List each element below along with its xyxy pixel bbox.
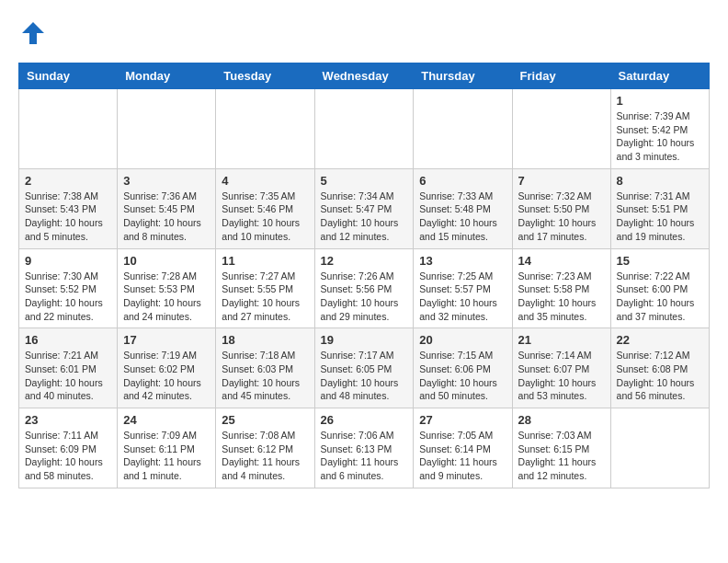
day-number: 28 (518, 413, 605, 427)
day-number: 20 (419, 333, 506, 347)
calendar-cell: 27Sunrise: 7:05 AM Sunset: 6:14 PM Dayli… (414, 408, 512, 488)
calendar-cell (512, 89, 610, 169)
day-number: 13 (419, 254, 506, 268)
column-header-monday: Monday (118, 63, 216, 89)
day-number: 7 (518, 174, 605, 188)
calendar-cell: 14Sunrise: 7:23 AM Sunset: 5:58 PM Dayli… (512, 248, 610, 328)
calendar-cell: 20Sunrise: 7:15 AM Sunset: 6:06 PM Dayli… (414, 328, 512, 408)
day-info: Sunrise: 7:19 AM Sunset: 6:02 PM Dayligh… (123, 349, 210, 403)
calendar-cell: 10Sunrise: 7:28 AM Sunset: 5:53 PM Dayli… (118, 248, 216, 328)
calendar-week-row: 16Sunrise: 7:21 AM Sunset: 6:01 PM Dayli… (19, 328, 710, 408)
day-number: 23 (25, 413, 111, 427)
column-header-sunday: Sunday (19, 63, 118, 89)
column-header-friday: Friday (512, 63, 610, 89)
calendar-cell: 1Sunrise: 7:39 AM Sunset: 5:42 PM Daylig… (610, 89, 709, 169)
day-number: 18 (222, 333, 308, 347)
calendar-cell: 28Sunrise: 7:03 AM Sunset: 6:15 PM Dayli… (512, 408, 610, 488)
column-header-tuesday: Tuesday (216, 63, 314, 89)
day-info: Sunrise: 7:33 AM Sunset: 5:48 PM Dayligh… (419, 190, 506, 244)
day-number: 2 (25, 174, 111, 188)
day-info: Sunrise: 7:32 AM Sunset: 5:50 PM Dayligh… (518, 190, 605, 244)
calendar-cell: 22Sunrise: 7:12 AM Sunset: 6:08 PM Dayli… (610, 328, 709, 408)
day-info: Sunrise: 7:39 AM Sunset: 5:42 PM Dayligh… (617, 109, 703, 164)
calendar-cell: 15Sunrise: 7:22 AM Sunset: 6:00 PM Dayli… (610, 248, 709, 328)
day-number: 24 (123, 413, 210, 427)
day-number: 26 (321, 413, 408, 427)
calendar-cell: 11Sunrise: 7:27 AM Sunset: 5:55 PM Dayli… (216, 248, 314, 328)
calendar-week-row: 1Sunrise: 7:39 AM Sunset: 5:42 PM Daylig… (19, 89, 710, 169)
day-info: Sunrise: 7:31 AM Sunset: 5:51 PM Dayligh… (617, 190, 703, 244)
day-info: Sunrise: 7:38 AM Sunset: 5:43 PM Dayligh… (25, 190, 111, 244)
calendar-cell (216, 89, 314, 169)
day-info: Sunrise: 7:27 AM Sunset: 5:55 PM Dayligh… (222, 270, 308, 324)
day-number: 15 (617, 254, 703, 268)
calendar-cell: 17Sunrise: 7:19 AM Sunset: 6:02 PM Dayli… (118, 328, 216, 408)
day-number: 3 (123, 174, 210, 188)
calendar-cell: 23Sunrise: 7:11 AM Sunset: 6:09 PM Dayli… (19, 408, 118, 488)
calendar-cell: 12Sunrise: 7:26 AM Sunset: 5:56 PM Dayli… (314, 248, 414, 328)
calendar-week-row: 23Sunrise: 7:11 AM Sunset: 6:09 PM Dayli… (19, 408, 710, 488)
day-number: 17 (123, 333, 210, 347)
calendar-week-row: 2Sunrise: 7:38 AM Sunset: 5:43 PM Daylig… (19, 168, 710, 248)
calendar-header-row: SundayMondayTuesdayWednesdayThursdayFrid… (19, 63, 710, 89)
day-info: Sunrise: 7:30 AM Sunset: 5:52 PM Dayligh… (25, 270, 111, 324)
day-number: 5 (321, 174, 408, 188)
day-info: Sunrise: 7:25 AM Sunset: 5:57 PM Dayligh… (419, 270, 506, 324)
calendar-cell: 8Sunrise: 7:31 AM Sunset: 5:51 PM Daylig… (610, 168, 709, 248)
calendar-table: SundayMondayTuesdayWednesdayThursdayFrid… (18, 63, 710, 488)
day-number: 10 (123, 254, 210, 268)
calendar-cell (314, 89, 414, 169)
day-number: 21 (518, 333, 605, 347)
day-number: 8 (617, 174, 703, 188)
day-info: Sunrise: 7:17 AM Sunset: 6:05 PM Dayligh… (321, 349, 408, 403)
day-info: Sunrise: 7:23 AM Sunset: 5:58 PM Dayligh… (518, 270, 605, 324)
day-info: Sunrise: 7:09 AM Sunset: 6:11 PM Dayligh… (123, 429, 210, 483)
day-info: Sunrise: 7:14 AM Sunset: 6:07 PM Dayligh… (518, 349, 605, 403)
day-number: 27 (419, 413, 506, 427)
day-info: Sunrise: 7:26 AM Sunset: 5:56 PM Dayligh… (321, 270, 408, 324)
day-number: 25 (222, 413, 308, 427)
calendar-cell: 7Sunrise: 7:32 AM Sunset: 5:50 PM Daylig… (512, 168, 610, 248)
page-header (18, 18, 710, 48)
column-header-saturday: Saturday (610, 63, 709, 89)
day-number: 11 (222, 254, 308, 268)
column-header-wednesday: Wednesday (314, 63, 414, 89)
day-number: 9 (25, 254, 111, 268)
calendar-cell: 5Sunrise: 7:34 AM Sunset: 5:47 PM Daylig… (314, 168, 414, 248)
day-info: Sunrise: 7:06 AM Sunset: 6:13 PM Dayligh… (321, 429, 408, 483)
calendar-cell (414, 89, 512, 169)
day-info: Sunrise: 7:35 AM Sunset: 5:46 PM Dayligh… (222, 190, 308, 244)
calendar-cell: 9Sunrise: 7:30 AM Sunset: 5:52 PM Daylig… (19, 248, 118, 328)
calendar-cell (19, 89, 118, 169)
day-number: 22 (617, 333, 703, 347)
svg-marker-0 (22, 22, 44, 44)
calendar-cell: 4Sunrise: 7:35 AM Sunset: 5:46 PM Daylig… (216, 168, 314, 248)
day-number: 14 (518, 254, 605, 268)
day-info: Sunrise: 7:05 AM Sunset: 6:14 PM Dayligh… (419, 429, 506, 483)
day-number: 12 (321, 254, 408, 268)
day-info: Sunrise: 7:03 AM Sunset: 6:15 PM Dayligh… (518, 429, 605, 483)
day-number: 16 (25, 333, 111, 347)
logo (18, 18, 51, 48)
day-number: 6 (419, 174, 506, 188)
calendar-cell: 21Sunrise: 7:14 AM Sunset: 6:07 PM Dayli… (512, 328, 610, 408)
calendar-cell: 6Sunrise: 7:33 AM Sunset: 5:48 PM Daylig… (414, 168, 512, 248)
day-info: Sunrise: 7:34 AM Sunset: 5:47 PM Dayligh… (321, 190, 408, 244)
day-info: Sunrise: 7:18 AM Sunset: 6:03 PM Dayligh… (222, 349, 308, 403)
column-header-thursday: Thursday (414, 63, 512, 89)
day-info: Sunrise: 7:11 AM Sunset: 6:09 PM Dayligh… (25, 429, 111, 483)
day-info: Sunrise: 7:28 AM Sunset: 5:53 PM Dayligh… (123, 270, 210, 324)
day-info: Sunrise: 7:36 AM Sunset: 5:45 PM Dayligh… (123, 190, 210, 244)
calendar-week-row: 9Sunrise: 7:30 AM Sunset: 5:52 PM Daylig… (19, 248, 710, 328)
calendar-cell (118, 89, 216, 169)
day-number: 19 (321, 333, 408, 347)
day-info: Sunrise: 7:12 AM Sunset: 6:08 PM Dayligh… (617, 349, 703, 403)
day-info: Sunrise: 7:22 AM Sunset: 6:00 PM Dayligh… (617, 270, 703, 324)
calendar-cell: 2Sunrise: 7:38 AM Sunset: 5:43 PM Daylig… (19, 168, 118, 248)
day-number: 1 (617, 94, 703, 108)
calendar-cell (610, 408, 709, 488)
calendar-cell: 26Sunrise: 7:06 AM Sunset: 6:13 PM Dayli… (314, 408, 414, 488)
day-number: 4 (222, 174, 308, 188)
calendar-cell: 18Sunrise: 7:18 AM Sunset: 6:03 PM Dayli… (216, 328, 314, 408)
calendar-cell: 13Sunrise: 7:25 AM Sunset: 5:57 PM Dayli… (414, 248, 512, 328)
